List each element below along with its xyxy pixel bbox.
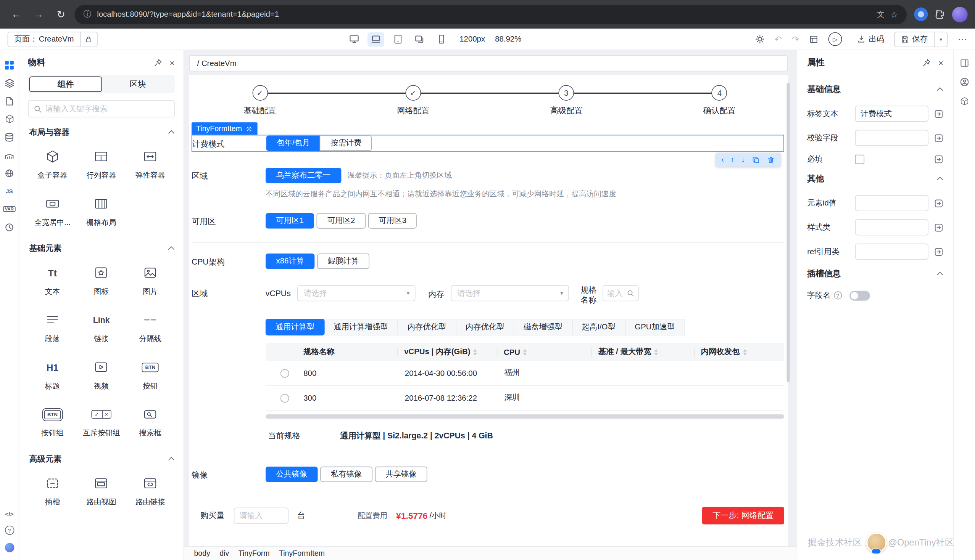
canvas-breadcrumb[interactable]: / CreateVm xyxy=(189,55,788,71)
collapse-chevron-icon[interactable] xyxy=(168,457,174,463)
material-item-search-box[interactable]: 搜索框 xyxy=(126,398,175,445)
pin-icon[interactable] xyxy=(922,58,931,67)
region-button[interactable]: 乌兰察布二零一 xyxy=(266,168,341,183)
bind-variable-icon[interactable] xyxy=(934,223,943,232)
material-item-link[interactable]: Link 链接 xyxy=(77,304,126,350)
section-header[interactable]: 基础元素 xyxy=(28,242,175,257)
az-option-1[interactable]: 可用区1 xyxy=(266,213,314,229)
save-dropdown-caret-icon[interactable]: ▾ xyxy=(934,32,947,46)
lock-icon[interactable] xyxy=(80,32,97,46)
materials-box-icon[interactable] xyxy=(0,110,19,128)
bridge-icon[interactable] xyxy=(0,146,19,164)
tab-components[interactable]: 组件 xyxy=(29,76,102,92)
selected-component-outline[interactable]: TinyFormItem 计费模式 包年/包月 按需计费 ‹ xyxy=(192,135,784,152)
image-option-shared[interactable]: 共享镜像 xyxy=(375,467,427,482)
spec-name-search-input[interactable]: 输入 xyxy=(603,285,639,301)
gear-icon[interactable] xyxy=(246,125,253,132)
collapse-chevron-icon[interactable] xyxy=(937,177,943,183)
material-item-flex-container[interactable]: 弹性容器 xyxy=(126,140,175,187)
step-confirm-config[interactable]: 4 确认配置 xyxy=(694,85,744,116)
collapse-chevron-icon[interactable] xyxy=(168,130,174,136)
help-question-icon[interactable]: ? xyxy=(833,291,841,299)
js-panel-icon[interactable]: JS xyxy=(0,182,19,200)
sort-icon[interactable] xyxy=(654,349,658,355)
ref-input[interactable] xyxy=(855,243,928,260)
spec-tab-general[interactable]: 通用计算型 xyxy=(266,319,324,335)
copy-icon[interactable] xyxy=(752,155,760,163)
translate-icon[interactable]: 文 xyxy=(877,9,885,20)
props-section-basic[interactable]: 基础信息 xyxy=(807,84,942,95)
col-header-cpu[interactable]: CPU xyxy=(497,348,592,357)
person-circle-icon[interactable] xyxy=(959,77,969,87)
design-page[interactable]: ✓ 基础配置 ✓ 网络配置 3 高级配置 4 确 xyxy=(189,75,788,546)
cube-small-icon[interactable] xyxy=(959,97,969,107)
node-path-tinyformitem[interactable]: TinyFormItem xyxy=(279,549,325,558)
material-item-rowcol-container[interactable]: 行列容器 xyxy=(77,140,126,187)
horizontal-scrollbar[interactable] xyxy=(266,414,784,418)
source-code-icon[interactable]: </> xyxy=(5,511,13,518)
material-item-grid-layout[interactable]: 栅格布局 xyxy=(77,188,126,234)
bind-variable-icon[interactable] xyxy=(934,155,943,164)
material-item-divider[interactable]: 分隔线 xyxy=(126,304,175,350)
cpu-option-x86[interactable]: x86计算 xyxy=(266,253,315,269)
tablet-view-icon[interactable] xyxy=(389,32,406,46)
material-item-mutex-button-group[interactable]: ✓× 互斥按钮组 xyxy=(77,398,126,445)
required-checkbox[interactable] xyxy=(855,155,864,164)
extensions-puzzle-icon[interactable] xyxy=(935,9,945,20)
sort-icon[interactable] xyxy=(473,349,477,355)
move-down-icon[interactable]: ↓ xyxy=(741,155,745,164)
address-bar[interactable]: ⓘ localhost:8090/?type=app&id=1&tenant=1… xyxy=(75,5,907,24)
browser-reload-icon[interactable]: ↻ xyxy=(52,6,70,23)
pages-icon[interactable] xyxy=(0,92,19,110)
move-up-icon[interactable]: ↑ xyxy=(731,155,734,164)
validate-field-input[interactable] xyxy=(855,130,928,146)
theme-switch-icon[interactable] xyxy=(5,543,14,552)
split-panel-icon[interactable] xyxy=(959,58,969,67)
selected-component-tag[interactable]: TinyFormItem xyxy=(191,122,258,135)
material-item-button[interactable]: BTN 按钮 xyxy=(126,351,175,397)
collapse-chevron-icon[interactable] xyxy=(937,87,943,93)
node-path-div[interactable]: div xyxy=(219,549,229,558)
bind-variable-icon[interactable] xyxy=(934,198,943,208)
radio-button[interactable] xyxy=(281,368,289,377)
material-item-fullwidth-center[interactable]: 全宽居中... xyxy=(28,188,77,234)
slot-toggle[interactable] xyxy=(849,290,870,300)
node-path-tinyform[interactable]: TinyForm xyxy=(239,549,270,558)
props-section-slot[interactable]: 插槽信息 xyxy=(807,268,942,280)
material-item-paragraph[interactable]: 段落 xyxy=(28,304,77,350)
material-item-button-group[interactable]: BTN 按钮组 xyxy=(28,398,77,445)
site-info-icon[interactable]: ⓘ xyxy=(83,9,91,20)
bind-variable-icon[interactable] xyxy=(934,247,943,256)
az-option-2[interactable]: 可用区2 xyxy=(317,213,366,229)
responsive-view-icon[interactable] xyxy=(411,32,428,46)
pin-icon[interactable] xyxy=(154,58,162,67)
spec-tab-general-enhanced[interactable]: 通用计算增强型 xyxy=(324,319,398,335)
step-advanced-config[interactable]: 3 高级配置 xyxy=(542,85,591,116)
table-row[interactable]: 300 2016-07-08 12:36:22 深圳 xyxy=(266,386,784,410)
preview-play-icon[interactable]: ▷ xyxy=(828,32,842,46)
col-header-bandwidth[interactable]: 基准 / 最大带宽 xyxy=(592,347,694,357)
billing-option-ondemand[interactable]: 按需计费 xyxy=(320,135,372,151)
vcpus-select[interactable]: 请选择 ▾ xyxy=(298,285,416,301)
section-header[interactable]: 布局与容器 xyxy=(28,125,175,140)
bookmark-star-icon[interactable]: ☆ xyxy=(890,9,898,19)
node-path-body[interactable]: body xyxy=(194,549,210,558)
props-section-other[interactable]: 其他 xyxy=(807,173,942,185)
materials-search-input[interactable]: 请输入关键字搜索 xyxy=(28,100,175,117)
spec-tab-memory-2[interactable]: 内存优化型 xyxy=(456,319,514,335)
profile-avatar[interactable] xyxy=(952,7,968,22)
col-header-packets[interactable]: 内网收发包 xyxy=(694,347,784,357)
material-item-icon[interactable]: 图标 xyxy=(77,257,126,303)
cpu-option-kunpeng[interactable]: 鲲鹏计算 xyxy=(317,253,370,269)
collapse-chevron-icon[interactable] xyxy=(937,272,943,278)
material-item-image[interactable]: 图片 xyxy=(126,257,175,303)
materials-close-icon[interactable]: × xyxy=(170,58,175,68)
step-network-config[interactable]: ✓ 网络配置 xyxy=(388,85,438,116)
extension-avatar-icon[interactable] xyxy=(914,8,928,22)
image-option-private[interactable]: 私有镜像 xyxy=(320,467,373,482)
datasource-icon[interactable] xyxy=(0,128,19,146)
more-menu-icon[interactable]: ⋯ xyxy=(958,33,968,45)
material-item-box-container[interactable]: 盒子容器 xyxy=(28,140,77,187)
history-clock-icon[interactable] xyxy=(0,218,19,236)
delete-icon[interactable] xyxy=(767,155,775,163)
